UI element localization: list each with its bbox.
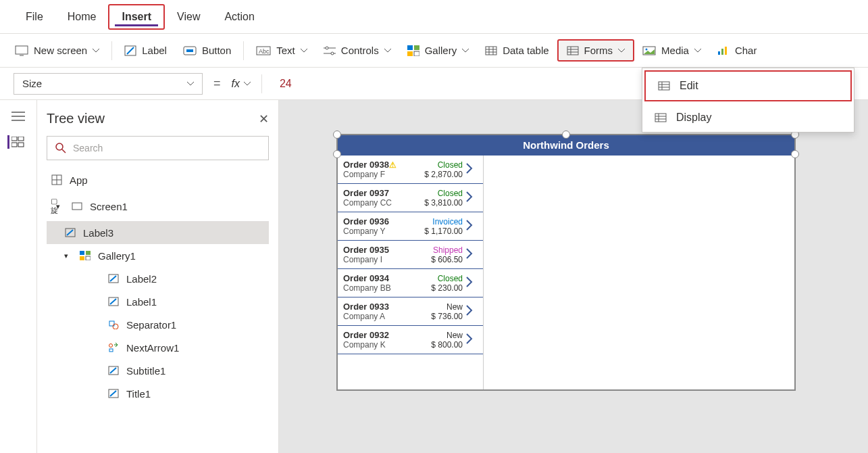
gallery-item[interactable]: Order 0933NewCompany A$ 736.00 [338, 297, 483, 326]
order-status: New [413, 302, 463, 312]
order-number: Order 0938⚠ [343, 160, 410, 170]
order-gallery[interactable]: Order 0938⚠ClosedCompany F$ 2,870.00Orde… [338, 156, 484, 389]
svg-rect-60 [109, 349, 113, 352]
order-number: Order 0934 [343, 273, 410, 283]
tree-label3[interactable]: Label3 [47, 221, 269, 244]
svg-text:Abc: Abc [259, 48, 270, 55]
gallery-item[interactable]: Order 0936InvoicedCompany Y$ 1,170.00 [338, 212, 483, 241]
order-amount: $ 736.00 [413, 312, 463, 321]
svg-rect-54 [86, 256, 91, 260]
gallery-item[interactable]: Order 0932NewCompany K$ 800.00 [338, 326, 483, 354]
svg-rect-42 [11, 143, 17, 147]
svg-rect-52 [86, 251, 91, 255]
tree-gallery1-label: Gallery1 [98, 250, 136, 262]
menu-file[interactable]: File [14, 5, 55, 28]
datatable-button[interactable]: Data table [477, 41, 557, 60]
tree-label2-label: Label2 [126, 273, 157, 285]
svg-point-58 [113, 324, 118, 329]
tree-app[interactable]: App [47, 168, 269, 191]
tree-gallery1[interactable]: ▾ Gallery1 [47, 244, 269, 267]
tree-label1[interactable]: Label1 [47, 290, 269, 313]
gallery-item[interactable]: Order 0938⚠ClosedCompany F$ 2,870.00 [338, 156, 483, 184]
tree-view-title: Tree view [47, 111, 105, 126]
forms-button[interactable]: Forms [557, 39, 635, 62]
forms-dropdown: Edit Display [642, 68, 854, 133]
menu-view[interactable]: View [165, 5, 212, 28]
gallery-item[interactable]: Order 0937ClosedCompany CC$ 3,810.00 [338, 184, 483, 212]
new-screen-button[interactable]: New screen [7, 41, 107, 60]
property-select[interactable]: Size [14, 73, 203, 95]
resize-handle[interactable] [333, 150, 341, 158]
workspace: Tree view ✕ Search App ▢旋▾ Screen1 Label… [0, 100, 868, 453]
label-button[interactable]: Label [116, 41, 175, 60]
fx-button[interactable]: fx [232, 78, 251, 90]
property-value: Size [22, 78, 42, 89]
gallery-icon [79, 249, 91, 262]
chevron-right-icon[interactable] [465, 191, 478, 205]
resize-handle[interactable] [791, 150, 799, 158]
resize-handle[interactable] [333, 130, 341, 139]
forms-display-item[interactable]: Display [642, 103, 854, 132]
svg-rect-0 [16, 46, 28, 54]
left-rail [0, 100, 37, 453]
chevron-right-icon[interactable] [465, 333, 478, 347]
warning-icon: ⚠ [389, 160, 397, 170]
chevron-right-icon[interactable] [465, 304, 478, 318]
tree-separator1-label: Separator1 [126, 319, 176, 331]
button-button[interactable]: Button [175, 41, 239, 60]
svg-rect-43 [18, 143, 24, 147]
charts-button[interactable]: Char [709, 41, 765, 60]
tree-subtitle1[interactable]: Subtitle1 [47, 359, 269, 382]
chevron-down-icon [244, 82, 251, 86]
svg-rect-53 [80, 256, 84, 260]
gallery-button[interactable]: Gallery [399, 41, 478, 60]
order-amount: $ 800.00 [413, 340, 463, 350]
menu-action[interactable]: Action [212, 5, 266, 28]
close-panel-button[interactable]: ✕ [259, 112, 269, 126]
tree-app-label: App [70, 174, 88, 186]
order-status: Closed [413, 189, 463, 198]
order-amount: $ 230.00 [413, 283, 463, 293]
chevron-right-icon[interactable] [465, 247, 478, 262]
gallery-item[interactable]: Order 0935ShippedCompany I$ 606.50 [338, 241, 483, 269]
canvas[interactable]: Northwind Orders Order 0938⚠ClosedCompan… [279, 100, 868, 453]
tree-label2[interactable]: Label2 [47, 267, 269, 290]
chevron-right-icon[interactable] [465, 276, 478, 290]
chart-icon [717, 46, 730, 55]
search-input[interactable]: Search [47, 136, 269, 160]
order-number: Order 0932 [343, 330, 410, 340]
resize-handle[interactable] [562, 130, 570, 139]
svg-point-59 [109, 344, 113, 348]
forms-edit-label: Edit [680, 80, 698, 92]
forms-edit-item[interactable]: Edit [644, 70, 852, 101]
chevron-right-icon[interactable] [465, 162, 478, 176]
order-company: Company K [343, 340, 410, 350]
screen-icon [15, 45, 28, 56]
order-amount: $ 1,170.00 [413, 226, 463, 236]
text-button[interactable]: Abc Text [248, 41, 315, 60]
menu-home[interactable]: Home [55, 5, 109, 28]
svg-rect-33 [655, 114, 666, 122]
tree-nextarrow1[interactable]: NextArrow1 [47, 336, 269, 359]
tree-title1[interactable]: Title1 [47, 382, 269, 405]
tree-view-rail-button[interactable] [7, 135, 25, 149]
screen-icon [71, 200, 83, 212]
menu-insert[interactable]: Insert [108, 4, 165, 30]
search-placeholder: Search [73, 143, 103, 153]
label-icon [124, 45, 136, 56]
order-company: Company CC [343, 198, 410, 208]
gallery-item[interactable]: Order 0934ClosedCompany BB$ 230.00 [338, 269, 483, 297]
app-frame[interactable]: Northwind Orders Order 0938⚠ClosedCompan… [336, 134, 796, 391]
tree-separator1[interactable]: Separator1 [47, 313, 269, 336]
order-amount: $ 3,810.00 [413, 198, 463, 208]
controls-button[interactable]: Controls [315, 41, 399, 60]
hamburger-button[interactable] [9, 110, 27, 123]
chevron-down-icon [301, 49, 307, 53]
chevron-down-icon [187, 82, 194, 86]
media-button[interactable]: Media [634, 41, 709, 60]
svg-rect-29 [659, 82, 669, 90]
chevron-right-icon[interactable] [465, 219, 478, 233]
svg-rect-12 [414, 45, 419, 50]
tree-screen1[interactable]: ▢旋▾ Screen1 [47, 191, 269, 221]
order-company: Company A [343, 312, 410, 321]
